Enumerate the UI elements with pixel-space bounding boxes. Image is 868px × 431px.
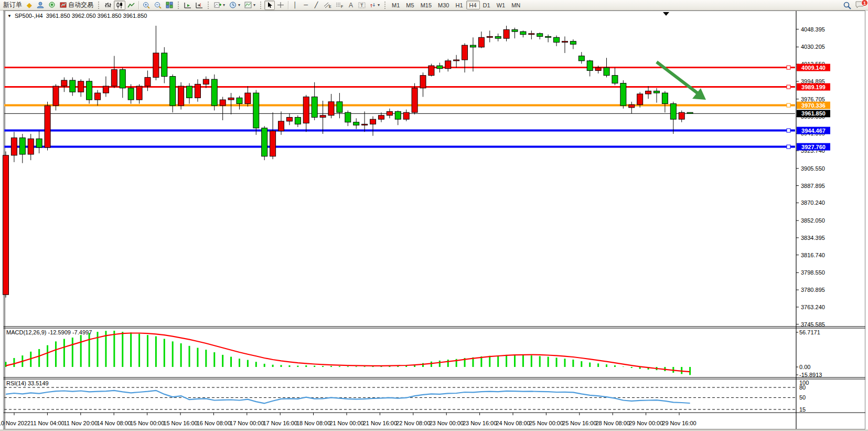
candle-body — [487, 36, 492, 37]
candle-body — [286, 117, 292, 121]
svg-text:4009.140: 4009.140 — [801, 65, 826, 71]
candle-body — [403, 112, 409, 119]
candle-body — [345, 112, 351, 122]
svg-text:17 Nov 00:00: 17 Nov 00:00 — [230, 420, 264, 426]
svg-text:22 Nov 08:00: 22 Nov 08:00 — [396, 420, 430, 426]
candle-body — [228, 98, 234, 100]
svg-text:15 Nov 00:00: 15 Nov 00:00 — [130, 420, 164, 426]
one-click-collapse-icon[interactable]: ▼ — [7, 14, 12, 18]
candle-body — [245, 93, 251, 103]
candle-body — [53, 86, 59, 106]
candle-body — [637, 94, 643, 104]
candle-body — [512, 29, 518, 31]
candle-body — [320, 115, 326, 118]
svg-text:3834.395: 3834.395 — [801, 235, 825, 241]
chart-title-ohlc: 3961.850 3962.050 3961.850 3961.850 — [46, 13, 147, 19]
line-handle[interactable] — [787, 145, 790, 149]
candle-body — [454, 60, 459, 61]
candle-body — [612, 76, 618, 83]
candle-body — [87, 81, 92, 100]
candle-body — [387, 111, 392, 115]
svg-text:15: 15 — [799, 406, 806, 413]
candle-body — [537, 34, 543, 37]
candle-body — [45, 106, 50, 148]
candle-body — [370, 119, 376, 124]
svg-text:11 Nov 20:00: 11 Nov 20:00 — [63, 420, 98, 426]
candle-body — [679, 112, 684, 119]
svg-text:21 Nov 16:00: 21 Nov 16:00 — [363, 420, 397, 426]
candle-body — [570, 41, 576, 45]
svg-text:14 Nov 08:00: 14 Nov 08:00 — [97, 420, 131, 426]
candle-body — [78, 81, 84, 92]
svg-text:29 Nov 16:00: 29 Nov 16:00 — [662, 420, 696, 426]
svg-text:3905.550: 3905.550 — [801, 165, 825, 172]
candle-body — [562, 41, 567, 43]
candle-body — [337, 102, 342, 112]
svg-text:3852.050: 3852.050 — [801, 217, 825, 224]
svg-text:21 Nov 00:00: 21 Nov 00:00 — [329, 420, 363, 426]
candle-body — [437, 66, 443, 69]
line-handle[interactable] — [787, 85, 790, 89]
candle-body — [178, 86, 184, 106]
candle-body — [278, 121, 284, 131]
svg-text:3961.850: 3961.850 — [801, 110, 826, 117]
svg-text:80: 80 — [799, 384, 806, 391]
macd-indicator-label: MACD(12,26,9) -12.5909 -7.4997 — [6, 329, 92, 335]
svg-text:0.00: 0.00 — [799, 364, 810, 370]
chart-title: ▼ SP500-,H4 3961.850 3962.050 3961.850 3… — [7, 12, 147, 19]
svg-text:11 Nov 04:00: 11 Nov 04:00 — [30, 420, 65, 426]
candle-body — [120, 70, 125, 88]
candle-body — [220, 100, 226, 106]
candle-body — [145, 77, 151, 86]
candle-body — [478, 37, 484, 47]
candle-body — [395, 111, 401, 119]
candle-body — [470, 45, 476, 47]
candle-body — [578, 56, 584, 61]
svg-text:25 Nov 16:00: 25 Nov 16:00 — [562, 420, 596, 426]
candle-body — [328, 102, 334, 115]
line-handle[interactable] — [787, 129, 790, 132]
svg-text:15 Nov 16:00: 15 Nov 16:00 — [163, 420, 197, 426]
candle-body — [162, 53, 167, 77]
svg-text:3976.705: 3976.705 — [801, 96, 825, 102]
svg-text:17 Nov 16:00: 17 Nov 16:00 — [263, 420, 297, 426]
candle-body — [136, 86, 142, 100]
svg-text:25 Nov 00:00: 25 Nov 00:00 — [529, 420, 563, 426]
candle-body — [545, 36, 551, 37]
candle-body — [662, 93, 668, 103]
candle-body — [420, 76, 426, 88]
candle-body — [211, 79, 217, 106]
line-handle[interactable] — [787, 66, 790, 69]
candle-body — [262, 128, 267, 156]
svg-text:3816.740: 3816.740 — [801, 252, 825, 258]
candle-body — [503, 29, 509, 38]
svg-text:29 Nov 00:00: 29 Nov 00:00 — [629, 420, 663, 426]
svg-text:3798.550: 3798.550 — [801, 269, 825, 276]
svg-text:3763.240: 3763.240 — [801, 304, 825, 310]
svg-text:10 Nov 2022: 10 Nov 2022 — [0, 420, 30, 426]
candle-body — [295, 117, 301, 124]
candle-body — [646, 91, 651, 94]
candle-body — [554, 37, 560, 42]
candle-body — [61, 80, 67, 86]
candle-body — [95, 93, 101, 100]
candle-body — [670, 103, 676, 119]
chart-canvas[interactable]: 4048.3954030.2054012.5503994.8953976.705… — [0, 0, 868, 431]
candle-body — [103, 86, 109, 93]
svg-text:3887.895: 3887.895 — [801, 183, 825, 189]
line-handle[interactable] — [787, 103, 790, 107]
candle-body — [36, 139, 42, 148]
candle-body — [128, 88, 134, 100]
svg-text:23 Nov 00:00: 23 Nov 00:00 — [429, 420, 463, 426]
candle-body — [428, 66, 434, 76]
candle-body — [111, 70, 117, 87]
candle-body — [19, 138, 25, 154]
candle-body — [687, 112, 693, 113]
candle-body — [620, 83, 626, 106]
svg-text:56.7171: 56.7171 — [799, 329, 820, 335]
svg-text:3989.199: 3989.199 — [801, 84, 826, 90]
candle-body — [11, 138, 17, 155]
rsi-indicator-label: RSI(14) 33.5149 — [6, 380, 49, 386]
candle-body — [203, 79, 209, 84]
candle-body — [362, 124, 368, 125]
